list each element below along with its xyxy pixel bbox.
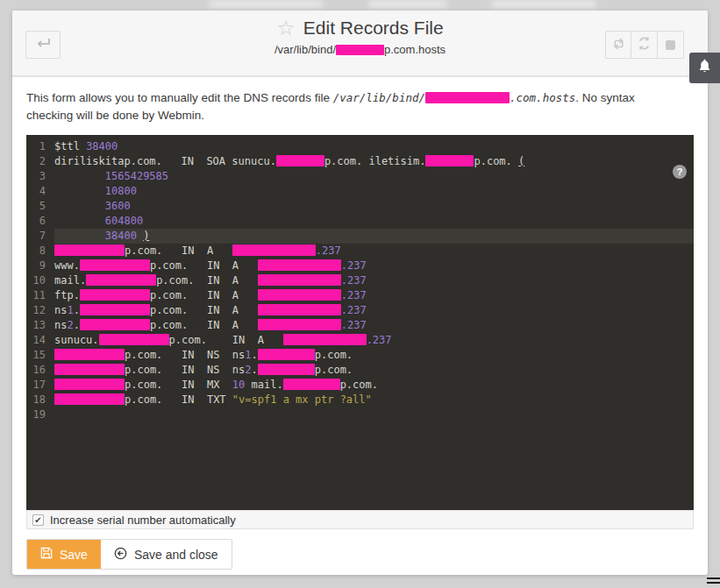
code-line-7[interactable]: 7 38400 ) bbox=[26, 229, 694, 244]
file-path-subtitle: /var/lib/bind/p.com.hosts bbox=[12, 43, 708, 56]
line-number: 17 bbox=[26, 378, 46, 393]
checkmark-icon: ✔ bbox=[34, 515, 41, 525]
line-number: 6 bbox=[26, 214, 46, 229]
redacted-text bbox=[80, 319, 150, 330]
code-line-19[interactable]: 19 bbox=[26, 407, 694, 422]
line-content: p.com. IN NS ns2.p.com. bbox=[54, 363, 694, 378]
redacted-text bbox=[54, 379, 125, 390]
line-content: diriliskitap.com. IN SOA sunucu.p.com. i… bbox=[54, 154, 694, 169]
code-line-6[interactable]: 6 604800 bbox=[26, 214, 694, 229]
redacted-text bbox=[80, 304, 150, 315]
records-file-path: /var/lib/bind/.com.hosts bbox=[333, 91, 576, 104]
save-button[interactable]: Save bbox=[27, 540, 101, 569]
line-number: 4 bbox=[26, 184, 46, 199]
code-line-1[interactable]: 1$ttl 38400 bbox=[26, 139, 694, 154]
help-icon[interactable]: ? bbox=[673, 165, 687, 179]
serial-checkbox-row[interactable]: ✔ Increase serial number automatically bbox=[26, 510, 694, 529]
line-content: sunucu.p.com. IN A .237 bbox=[54, 333, 694, 348]
redacted-text bbox=[80, 259, 150, 271]
question-mark: ? bbox=[677, 166, 683, 177]
arrow-circle-left-icon bbox=[114, 547, 127, 563]
code-line-4[interactable]: 4 10800 bbox=[26, 184, 694, 199]
redacted-text bbox=[54, 393, 125, 405]
header-action-group bbox=[605, 31, 684, 59]
code-line-11[interactable]: 11ftp.p.com. IN A .237 bbox=[26, 288, 694, 303]
line-number: 8 bbox=[26, 244, 46, 259]
code-line-15[interactable]: 15p.com. IN NS ns1.p.com. bbox=[26, 348, 694, 363]
code-line-18[interactable]: 18p.com. IN TXT "v=spf1 a mx ptr ?all" bbox=[26, 393, 694, 407]
code-line-5[interactable]: 5 3600 bbox=[26, 199, 694, 214]
line-number: 15 bbox=[26, 348, 46, 363]
line-number: 12 bbox=[26, 303, 46, 318]
redacted-text bbox=[258, 259, 341, 271]
code-line-3[interactable]: 3 1565429585 bbox=[26, 169, 694, 184]
code-line-8[interactable]: 8p.com. IN A .237 bbox=[26, 244, 694, 259]
background-artifact bbox=[491, 0, 596, 8]
line-number: 13 bbox=[26, 318, 46, 333]
save-button-label: Save bbox=[60, 548, 88, 562]
scrollbar-artifact bbox=[707, 577, 720, 585]
line-number: 3 bbox=[26, 169, 46, 184]
line-number: 14 bbox=[26, 333, 46, 348]
save-button-group: Save Save and close bbox=[26, 539, 232, 570]
redacted-text bbox=[54, 364, 125, 375]
line-number: 19 bbox=[26, 407, 46, 422]
background-artifact bbox=[209, 0, 323, 8]
redacted-text bbox=[232, 244, 316, 256]
repeat-button[interactable] bbox=[605, 31, 631, 59]
redacted-text bbox=[258, 304, 341, 315]
path-prefix: /var/lib/bind/ bbox=[274, 43, 336, 56]
line-number: 10 bbox=[26, 273, 46, 288]
code-line-2[interactable]: 2diriliskitap.com. IN SOA sunucu.p.com. … bbox=[26, 154, 694, 169]
records-editor[interactable]: 1$ttl 384002diriliskitap.com. IN SOA sun… bbox=[26, 135, 694, 510]
code-line-16[interactable]: 16p.com. IN NS ns2.p.com. bbox=[26, 363, 694, 378]
serial-checkbox-label: Increase serial number automatically bbox=[50, 514, 236, 527]
favorite-star-icon[interactable]: ☆ bbox=[276, 18, 296, 39]
save-and-close-button[interactable]: Save and close bbox=[101, 540, 232, 569]
code-lines: 1$ttl 384002diriliskitap.com. IN SOA sun… bbox=[26, 139, 694, 422]
line-content: p.com. IN A .237 bbox=[54, 244, 694, 259]
line-content: 604800 bbox=[54, 214, 694, 229]
line-number: 5 bbox=[26, 199, 46, 214]
redacted-text bbox=[258, 274, 341, 286]
path-suffix: p.com.hosts bbox=[384, 43, 446, 56]
page-title: Edit Records File bbox=[303, 18, 444, 39]
refresh-button[interactable] bbox=[631, 31, 658, 59]
line-number: 16 bbox=[26, 363, 46, 378]
line-number: 11 bbox=[26, 288, 46, 303]
code-line-10[interactable]: 10mail.p.com. IN A .237 bbox=[26, 273, 694, 288]
line-content: 1565429585 bbox=[54, 169, 694, 184]
line-content: $ttl 38400 bbox=[54, 139, 694, 154]
page-backdrop: ☆ Edit Records File /var/lib/bind/p.com.… bbox=[0, 0, 720, 588]
redacted-text bbox=[99, 334, 169, 345]
line-content: p.com. IN MX 10 mail.p.com. bbox=[54, 378, 694, 393]
line-content: p.com. IN TXT "v=spf1 a mx ptr ?all" bbox=[54, 393, 694, 407]
redacted-text bbox=[425, 155, 474, 166]
line-number: 2 bbox=[26, 154, 46, 169]
redacted-domain bbox=[425, 92, 510, 103]
redacted-text bbox=[258, 349, 315, 360]
redacted-text bbox=[80, 289, 150, 301]
line-content: mail.p.com. IN A .237 bbox=[54, 273, 694, 288]
line-content: www.p.com. IN A .237 bbox=[54, 259, 694, 273]
stop-button[interactable] bbox=[658, 31, 684, 59]
notifications-tab[interactable] bbox=[689, 53, 720, 83]
code-line-9[interactable]: 9www.p.com. IN A .237 bbox=[26, 259, 694, 273]
redacted-text bbox=[54, 244, 125, 256]
save-and-close-label: Save and close bbox=[134, 548, 218, 562]
redacted-text bbox=[283, 379, 340, 390]
line-content: ns1.p.com. IN A .237 bbox=[54, 303, 694, 318]
redacted-text bbox=[258, 364, 315, 375]
stop-icon bbox=[666, 40, 675, 50]
line-content: 3600 bbox=[54, 199, 694, 214]
code-line-12[interactable]: 12ns1.p.com. IN A .237 bbox=[26, 303, 694, 318]
form-description: This form allows you to manually edit th… bbox=[26, 89, 694, 124]
background-artifact bbox=[368, 0, 447, 8]
line-number: 9 bbox=[26, 259, 46, 273]
code-line-14[interactable]: 14sunucu.p.com. IN A .237 bbox=[26, 333, 694, 348]
code-line-13[interactable]: 13ns2.p.com. IN A .237 bbox=[26, 318, 694, 333]
redacted-text bbox=[86, 274, 156, 286]
redacted-text bbox=[258, 289, 341, 301]
code-line-17[interactable]: 17p.com. IN MX 10 mail.p.com. bbox=[26, 378, 694, 393]
serial-checkbox[interactable]: ✔ bbox=[32, 514, 44, 526]
